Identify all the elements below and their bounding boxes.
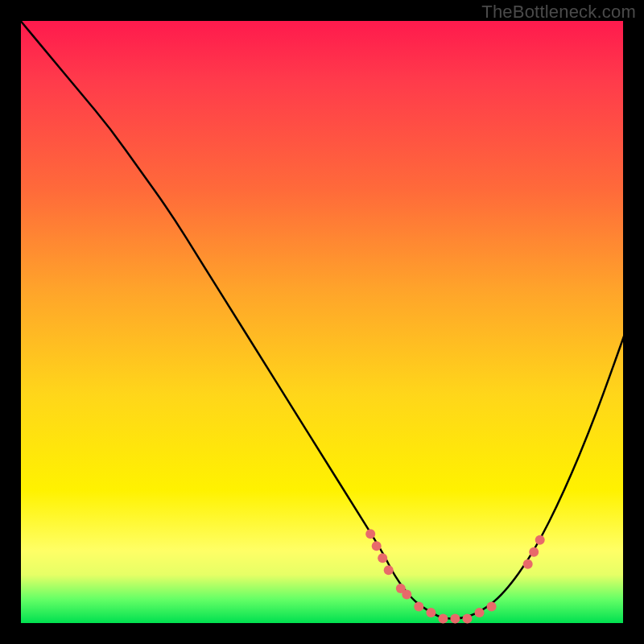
chart-plot-area xyxy=(19,19,625,625)
watermark-text: TheBottleneck.com xyxy=(481,2,636,23)
